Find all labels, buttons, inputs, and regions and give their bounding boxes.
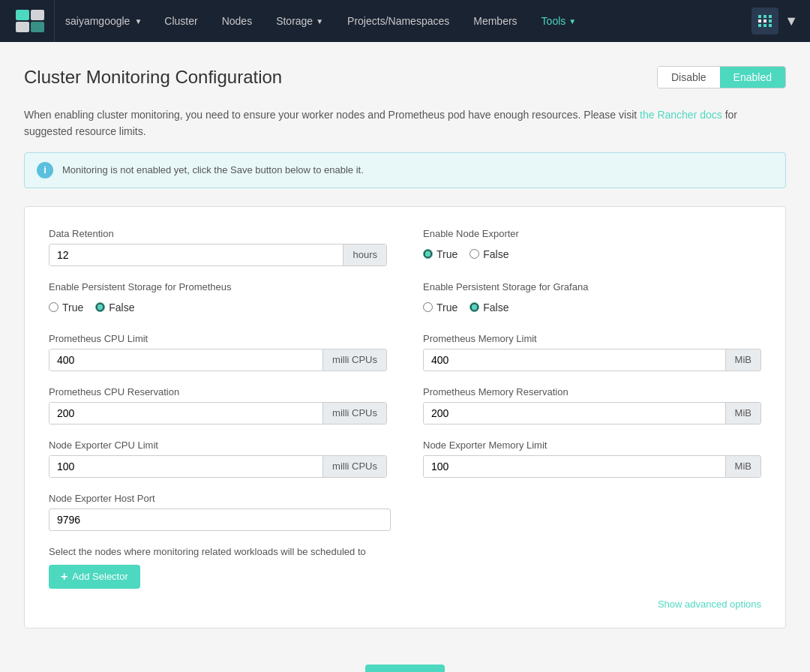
brand-logo[interactable]: [12, 8, 48, 34]
node-exporter-cpu-limit-label: Node Exporter CPU Limit: [49, 440, 387, 451]
node-exporter-false-option[interactable]: False: [470, 248, 508, 260]
svg-rect-0: [16, 10, 29, 20]
prometheus-cpu-reservation-input-group: milli CPUs: [49, 402, 387, 424]
show-advanced-options-link[interactable]: Show advanced options: [658, 598, 761, 610]
account-menu[interactable]: saiyamgoogle ▼: [54, 0, 152, 42]
prom-true-label: True: [62, 302, 83, 314]
node-exporter-host-port-group: Node Exporter Host Port: [49, 493, 391, 531]
enable-node-exporter-radios: True False: [423, 244, 761, 265]
prometheus-cpu-reservation-addon: milli CPUs: [322, 403, 386, 424]
advanced-options-section: Show advanced options: [49, 589, 761, 613]
node-exporter-host-port-label: Node Exporter Host Port: [49, 493, 391, 504]
nav-members[interactable]: Members: [461, 0, 529, 42]
prometheus-cpu-limit-addon: milli CPUs: [322, 350, 386, 370]
main-content: Cluster Monitoring Configuration Disable…: [0, 42, 810, 672]
grafana-false-option[interactable]: False: [470, 302, 508, 314]
svg-rect-3: [31, 22, 44, 32]
selector-section: Select the nodes where monitoring relate…: [49, 546, 761, 589]
nav-chevron-down[interactable]: ▼: [784, 14, 798, 29]
svg-rect-1: [31, 10, 44, 20]
description-text: When enabling cluster monitoring, you ne…: [24, 106, 786, 140]
svg-rect-2: [16, 22, 29, 32]
enable-node-exporter-label: Enable Node Exporter: [423, 228, 761, 239]
grid-icon: [758, 15, 772, 27]
page-header: Cluster Monitoring Configuration Disable…: [24, 66, 786, 88]
prometheus-memory-reservation-label: Prometheus Memory Reservation: [423, 386, 761, 398]
save-area: Save: [24, 650, 786, 672]
grafana-false-label: False: [483, 302, 508, 314]
node-exporter-memory-limit-group: Node Exporter Memory Limit MiB: [423, 440, 761, 478]
node-exporter-cpu-limit-input[interactable]: [50, 456, 322, 477]
node-exporter-cpu-limit-group: Node Exporter CPU Limit milli CPUs: [49, 440, 387, 478]
nav-cluster[interactable]: Cluster: [152, 0, 209, 42]
disable-button[interactable]: Disable: [658, 67, 720, 88]
node-exporter-true-radio[interactable]: [423, 249, 433, 259]
account-chevron: ▼: [134, 17, 142, 26]
node-exporter-cpu-limit-input-group: milli CPUs: [49, 455, 387, 478]
prometheus-memory-limit-addon: MiB: [725, 350, 760, 370]
prometheus-memory-limit-input-group: MiB: [423, 349, 761, 371]
grafana-true-option[interactable]: True: [423, 302, 458, 314]
node-exporter-memory-limit-addon: MiB: [725, 456, 760, 477]
prometheus-memory-limit-label: Prometheus Memory Limit: [423, 333, 761, 344]
data-retention-input[interactable]: [50, 244, 343, 266]
prom-true-radio[interactable]: [49, 302, 58, 312]
nav-storage[interactable]: Storage ▼: [264, 0, 335, 42]
navbar: saiyamgoogle ▼ Cluster Nodes Storage ▼ P…: [0, 0, 810, 42]
enable-disable-toggle: Disable Enabled: [657, 66, 786, 88]
persistent-prometheus-group: Enable Persistent Storage for Prometheus…: [49, 281, 387, 318]
save-button[interactable]: Save: [365, 664, 445, 672]
selector-section-label: Select the nodes where monitoring relate…: [49, 546, 761, 557]
persistent-prometheus-label: Enable Persistent Storage for Prometheus: [49, 281, 387, 292]
data-retention-input-group: hours: [49, 244, 387, 266]
info-icon: i: [37, 162, 53, 178]
data-retention-label: Data Retention: [49, 228, 387, 239]
grafana-true-radio[interactable]: [423, 302, 433, 312]
form-row-6: Node Exporter Host Port: [49, 493, 761, 531]
prometheus-cpu-reservation-input[interactable]: [50, 403, 322, 424]
prometheus-memory-limit-group: Prometheus Memory Limit MiB: [423, 333, 761, 371]
persistent-grafana-group: Enable Persistent Storage for Grafana Tr…: [423, 281, 761, 318]
rancher-docs-link[interactable]: the Rancher docs: [640, 109, 722, 121]
prometheus-cpu-limit-input[interactable]: [50, 350, 322, 370]
prometheus-memory-limit-input[interactable]: [424, 350, 725, 370]
plus-icon: +: [61, 570, 68, 584]
prometheus-memory-reservation-input[interactable]: [424, 403, 725, 424]
grid-menu-button[interactable]: [752, 8, 778, 34]
grafana-false-radio[interactable]: [470, 302, 479, 312]
node-exporter-true-label: True: [436, 248, 458, 260]
node-exporter-memory-limit-label: Node Exporter Memory Limit: [423, 440, 761, 451]
persistent-prometheus-radios: True False: [49, 297, 387, 318]
prom-false-option[interactable]: False: [95, 302, 134, 314]
node-exporter-false-label: False: [483, 248, 508, 260]
persistent-grafana-label: Enable Persistent Storage for Grafana: [423, 281, 761, 292]
add-selector-button[interactable]: + Add Selector: [49, 565, 140, 589]
node-exporter-memory-limit-input[interactable]: [424, 456, 725, 477]
node-exporter-false-radio[interactable]: [470, 249, 479, 259]
form-row-1: Data Retention hours Enable Node Exporte…: [49, 228, 761, 266]
info-message: Monitoring is not enabled yet, click the…: [62, 164, 364, 176]
node-exporter-true-option[interactable]: True: [423, 248, 458, 260]
prometheus-memory-reservation-addon: MiB: [725, 403, 760, 424]
form-card: Data Retention hours Enable Node Exporte…: [24, 206, 786, 628]
nav-tools[interactable]: Tools ▼: [530, 0, 589, 42]
prometheus-memory-reservation-group: Prometheus Memory Reservation MiB: [423, 386, 761, 424]
add-selector-label: Add Selector: [72, 571, 128, 582]
persistent-grafana-radios: True False: [423, 297, 761, 318]
nav-nodes[interactable]: Nodes: [210, 0, 264, 42]
nav-right: ▼: [752, 8, 798, 34]
grafana-true-label: True: [436, 302, 458, 314]
data-retention-addon: hours: [343, 244, 386, 266]
prometheus-cpu-limit-group: Prometheus CPU Limit milli CPUs: [49, 333, 387, 371]
prom-true-option[interactable]: True: [49, 302, 83, 314]
enable-button[interactable]: Enabled: [720, 67, 785, 88]
prometheus-cpu-reservation-group: Prometheus CPU Reservation milli CPUs: [49, 386, 387, 424]
prom-false-radio[interactable]: [95, 302, 105, 312]
nav-projects[interactable]: Projects/Namespaces: [335, 0, 461, 42]
page-title: Cluster Monitoring Configuration: [24, 67, 282, 88]
form-row-4: Prometheus CPU Reservation milli CPUs Pr…: [49, 386, 761, 424]
prometheus-cpu-limit-label: Prometheus CPU Limit: [49, 333, 387, 344]
form-row-3: Prometheus CPU Limit milli CPUs Promethe…: [49, 333, 761, 371]
info-banner: i Monitoring is not enabled yet, click t…: [24, 152, 786, 188]
node-exporter-host-port-input[interactable]: [49, 508, 391, 531]
